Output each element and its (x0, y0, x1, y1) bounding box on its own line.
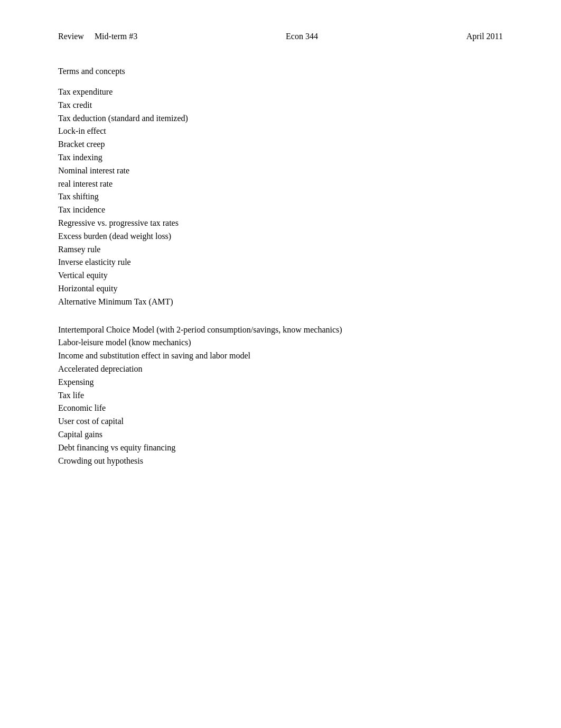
list-item: Expensing (58, 376, 503, 389)
list-item: User cost of capital (58, 415, 503, 428)
list-item: Tax indexing (58, 151, 503, 164)
list-item: Income and substitution effect in saving… (58, 349, 503, 363)
list-item: Tax deduction (standard and itemized) (58, 112, 503, 125)
list-item: Tax expenditure (58, 86, 503, 99)
list-item: Inverse elasticity rule (58, 256, 503, 269)
section1: Terms and concepts Tax expenditureTax cr… (58, 67, 503, 309)
header-course-label: Econ 344 (286, 32, 318, 41)
section1-terms-container: Tax expenditureTax creditTax deduction (… (58, 86, 503, 309)
header: Review Mid-term #3 Econ 344 April 2011 (58, 32, 503, 41)
header-left: Review Mid-term #3 (58, 32, 137, 41)
list-item: Horizontal equity (58, 282, 503, 296)
list-item: Intertemporal Choice Model (with 2-perio… (58, 324, 503, 337)
section2: Intertemporal Choice Model (with 2-perio… (58, 324, 503, 468)
list-item: Labor-leisure model (know mechanics) (58, 336, 503, 349)
header-midterm-label: Mid-term #3 (95, 32, 137, 41)
list-item: Bracket creep (58, 138, 503, 151)
list-item: Nominal interest rate (58, 164, 503, 178)
list-item: Accelerated depreciation (58, 363, 503, 376)
list-item: Regressive vs. progressive tax rates (58, 217, 503, 230)
section1-title: Terms and concepts (58, 67, 503, 76)
list-item: Tax credit (58, 99, 503, 112)
list-item: Tax incidence (58, 204, 503, 217)
list-item: Excess burden (dead weight loss) (58, 230, 503, 243)
list-item: Lock-in effect (58, 125, 503, 138)
list-item: Economic life (58, 402, 503, 415)
list-item: Vertical equity (58, 269, 503, 282)
section2-terms-container: Intertemporal Choice Model (with 2-perio… (58, 324, 503, 468)
list-item: real interest rate (58, 178, 503, 191)
list-item: Crowding out hypothesis (58, 455, 503, 468)
header-review-label: Review (58, 32, 84, 41)
list-item: Debt financing vs equity financing (58, 441, 503, 455)
list-item: Ramsey rule (58, 243, 503, 256)
list-item: Alternative Minimum Tax (AMT) (58, 296, 503, 309)
page: Review Mid-term #3 Econ 344 April 2011 T… (0, 0, 561, 728)
header-date-label: April 2011 (466, 32, 503, 41)
list-item: Capital gains (58, 428, 503, 441)
list-item: Tax life (58, 389, 503, 402)
list-item: Tax shifting (58, 190, 503, 204)
